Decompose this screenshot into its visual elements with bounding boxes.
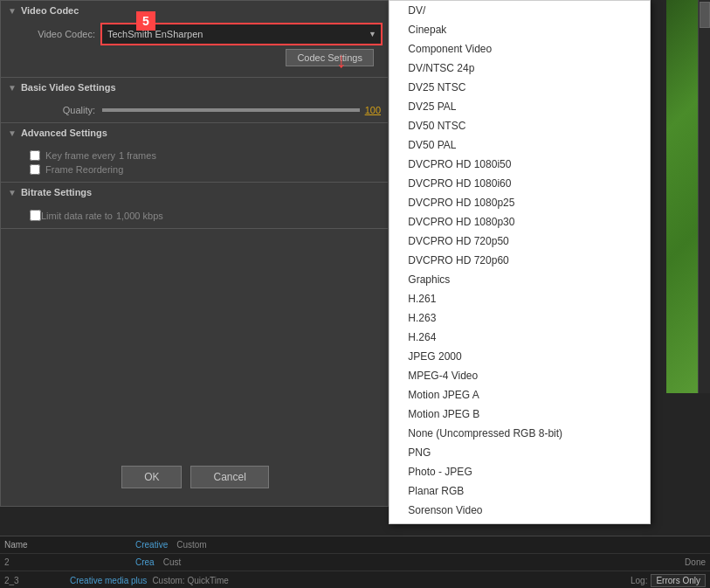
dropdown-item-label: DVCPRO HD 1080i60 (408, 177, 511, 190)
dropdown-item[interactable]: Planar RGB (389, 481, 650, 501)
checkmark-icon (400, 504, 403, 516)
checkmark-icon (400, 120, 403, 132)
dropdown-item[interactable]: MPEG-4 Video (389, 366, 650, 385)
checkmark-icon (400, 389, 403, 401)
codec-settings-button[interactable]: Codec Settings (286, 49, 374, 66)
dropdown-item[interactable]: Motion JPEG A (389, 385, 650, 405)
dropdown-item[interactable]: H.264 (389, 328, 650, 347)
right-scrollbar[interactable] (698, 0, 710, 393)
dropdown-item[interactable]: DVCPRO HD 720p60 (389, 251, 650, 270)
keyframe-checkbox[interactable] (30, 150, 40, 161)
dropdown-item[interactable]: Motion JPEG B (389, 405, 650, 424)
dropdown-item-label: DV/ (408, 4, 425, 17)
dropdown-item-label: Sorenson Video 3 (408, 523, 491, 524)
checkmark-icon (400, 408, 403, 420)
checkmark-icon (400, 254, 403, 266)
checkmark-icon (400, 331, 403, 343)
status-col-2: 2 (4, 557, 135, 567)
export-settings-dialog: 5 ▼ Video Codec Video Codec: TechSmith E… (0, 0, 389, 507)
dropdown-item[interactable]: DVCPRO HD 1080p30 (389, 212, 650, 232)
video-codec-section-header[interactable]: ▼ Video Codec (1, 1, 388, 20)
dropdown-item-label: PNG (408, 446, 431, 459)
status-bar: Name Creative Custom 2 Crea Cust Done 2_… (0, 536, 710, 588)
keyframe-label: Key frame every (45, 150, 115, 161)
advanced-content: Key frame every 1 frames Frame Reorderin… (1, 142, 388, 183)
dropdown-item[interactable]: Sorenson Video (389, 501, 650, 520)
creative-value-2[interactable]: Crea (135, 557, 155, 567)
name-col-label: Name (4, 540, 28, 550)
collapse-arrow-bitrate-icon: ▼ (8, 188, 17, 197)
dropdown-item[interactable]: Graphics (389, 270, 650, 289)
ok-button[interactable]: OK (121, 466, 182, 488)
basic-video-content: Quality: 100 (1, 97, 388, 123)
checkmark-icon (400, 43, 403, 55)
dropdown-item[interactable]: H.263 (389, 308, 650, 328)
dropdown-item[interactable]: DV50 NTSC (389, 116, 650, 135)
step-annotation: 5 (136, 11, 155, 31)
checkmark-icon (400, 100, 403, 113)
advanced-section-header[interactable]: ▼ Advanced Settings (1, 123, 388, 142)
limit-data-checkbox[interactable] (30, 210, 41, 221)
checkmark-icon (400, 350, 403, 363)
limit-data-row: Limit data rate to 1,000 kbps (8, 210, 381, 221)
advanced-label: Advanced Settings (21, 128, 107, 138)
dropdown-item-label: DVCPRO HD 1080i50 (408, 158, 511, 170)
dropdown-item[interactable]: DV/NTSC 24p (389, 59, 650, 78)
checkmark-icon (400, 427, 403, 439)
checkmark-icon (400, 158, 403, 170)
dropdown-item[interactable]: DV25 PAL (389, 97, 650, 116)
checkmark-icon (400, 485, 403, 497)
basic-video-section-header[interactable]: ▼ Basic Video Settings (1, 78, 388, 97)
checkmark-icon (400, 446, 403, 459)
video-codec-field-row: Video Codec: TechSmith EnSharpen (8, 24, 381, 44)
dropdown-item[interactable]: DVCPRO HD 1080p25 (389, 193, 650, 212)
dropdown-item[interactable]: JPEG 2000 (389, 347, 650, 366)
checkmark-icon (400, 235, 403, 247)
dropdown-item[interactable]: DVCPRO HD 720p50 (389, 232, 650, 251)
dropdown-item[interactable]: DV/ (389, 1, 650, 20)
dropdown-item[interactable]: None (Uncompressed RGB 8-bit) (389, 424, 650, 443)
dropdown-item-label: H.263 (408, 312, 436, 324)
bitrate-section-header[interactable]: ▼ Bitrate Settings (1, 183, 388, 202)
checkmark-icon (400, 24, 403, 36)
dropdown-item-label: DV/NTSC 24p (408, 62, 474, 74)
creative-label-1[interactable]: Creative (135, 540, 168, 550)
basic-video-label: Basic Video Settings (21, 82, 116, 93)
status-col-3: 2_3 (4, 574, 70, 586)
log-value[interactable]: Errors Only (651, 574, 706, 587)
dropdown-item[interactable]: Photo - JPEG (389, 462, 650, 481)
dropdown-item[interactable]: DVCPRO HD 1080i50 (389, 155, 650, 174)
collapse-arrow-basic-icon: ▼ (8, 83, 17, 93)
dropdown-item[interactable]: DV25 NTSC (389, 78, 650, 97)
frame-reorder-row: Frame Reordering (8, 164, 381, 175)
dropdown-item[interactable]: Sorenson Video 3 (389, 520, 650, 524)
dropdown-item-label: DV50 NTSC (408, 120, 465, 132)
dropdown-item-label: Sorenson Video (408, 504, 482, 516)
dropdown-item[interactable]: DV50 PAL (389, 135, 650, 155)
quality-row: Quality: 100 (8, 105, 381, 115)
creative-value-3[interactable]: Creative media plus (70, 576, 147, 585)
status-row-2: 2 Crea Cust Done (0, 554, 710, 571)
frame-reorder-checkbox[interactable] (30, 164, 40, 175)
custom-value-2: Cust (163, 557, 182, 567)
dropdown-item[interactable]: PNG (389, 443, 650, 462)
cancel-button[interactable]: Cancel (190, 466, 268, 488)
scrollbar-thumb[interactable] (700, 2, 710, 28)
dropdown-item-label: MPEG-4 Video (408, 370, 478, 382)
dropdown-item-label: DV25 PAL (408, 100, 456, 113)
checkmark-icon (400, 293, 403, 305)
dropdown-item[interactable]: H.261 (389, 289, 650, 308)
dropdown-item[interactable]: Cinepak (389, 20, 650, 39)
checkmark-icon (400, 466, 403, 478)
quality-slider[interactable] (102, 108, 360, 112)
dropdown-item-label: DV25 NTSC (408, 81, 465, 93)
codec-dropdown-list[interactable]: DV/ Cinepak Component Video DV/NTSC 24p … (389, 0, 651, 524)
keyframe-row: Key frame every 1 frames (8, 150, 381, 161)
checkmark-icon (400, 312, 403, 324)
custom-label-1: Custom (176, 540, 206, 550)
bitrate-label: Bitrate Settings (21, 187, 92, 197)
dropdown-item[interactable]: Component Video (389, 39, 650, 59)
dropdown-item[interactable]: DVCPRO HD 1080i60 (389, 174, 650, 193)
checkmark-icon (400, 139, 403, 151)
dropdown-item-label: Cinepak (408, 24, 446, 36)
